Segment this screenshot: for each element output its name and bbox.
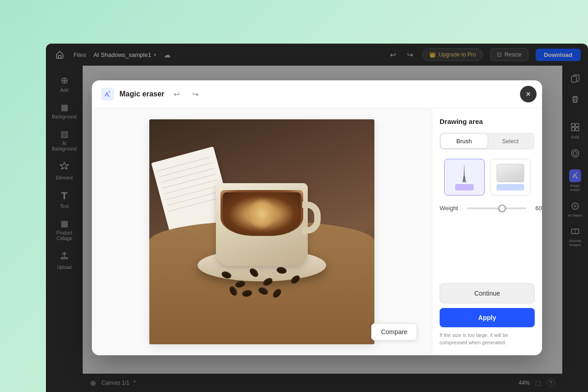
- bean-3: [248, 267, 260, 278]
- select-toggle-button[interactable]: Select: [487, 134, 534, 148]
- modal-title-icon: [101, 88, 114, 101]
- brush-shape-rect: [497, 164, 524, 182]
- apply-note: If the size is too large, it will be com…: [440, 332, 535, 346]
- app-window: Files AI Shadows_sample1 ▾ ☁ ↩ ↪ 👑 Upgra…: [46, 44, 588, 392]
- coffee-beans: [217, 263, 352, 299]
- bean-1: [220, 270, 232, 280]
- bean-10: [271, 287, 283, 299]
- weight-slider[interactable]: [467, 207, 526, 209]
- modal-title: Magic eraser: [119, 90, 164, 98]
- bean-9: [257, 286, 269, 296]
- bean-8: [242, 289, 253, 297]
- modal-redo-button[interactable]: ↪: [189, 88, 202, 101]
- weight-row: Weight 60: [440, 205, 535, 212]
- compare-button[interactable]: Compare: [371, 323, 417, 341]
- modal-body: Compare Drawing area Brush Select: [92, 108, 542, 355]
- bean-5: [276, 266, 287, 274]
- modal-image[interactable]: [149, 119, 374, 344]
- brush-preview-1[interactable]: [444, 159, 485, 196]
- bean-6: [289, 274, 301, 286]
- brush-bottom-1: [455, 184, 474, 190]
- svg-point-13: [108, 91, 110, 93]
- brush-bottom-2: [497, 184, 524, 190]
- modal-undo-button[interactable]: ↩: [170, 88, 183, 101]
- modal-image-area: Compare: [92, 108, 432, 355]
- drawing-area-title: Drawing area: [440, 118, 535, 125]
- brush-select-toggle: Brush Select: [440, 133, 535, 150]
- latte-art: [223, 192, 301, 236]
- brush-preview-2[interactable]: [490, 159, 531, 196]
- apply-button[interactable]: Apply: [440, 308, 535, 327]
- modal-header: Magic eraser ↩ ↪: [92, 80, 542, 108]
- close-icon: ×: [526, 90, 531, 99]
- modal-close-button[interactable]: ×: [520, 86, 537, 102]
- modal-overlay: × Magic eraser ↩ ↪: [46, 44, 588, 392]
- magic-eraser-modal: × Magic eraser ↩ ↪: [92, 80, 542, 355]
- brush-previews: [440, 159, 535, 196]
- coffee-scene: [149, 119, 374, 344]
- bean-4: [262, 276, 274, 287]
- brush-shape-pencil: [463, 164, 466, 182]
- weight-label: Weight: [440, 205, 463, 212]
- bean-2: [235, 280, 246, 288]
- brush-toggle-button[interactable]: Brush: [441, 134, 487, 148]
- continue-button[interactable]: Continue: [440, 283, 535, 303]
- coffee-cup: [216, 183, 308, 266]
- modal-right-panel: Drawing area Brush Select: [432, 108, 542, 355]
- weight-value: 60: [531, 205, 542, 212]
